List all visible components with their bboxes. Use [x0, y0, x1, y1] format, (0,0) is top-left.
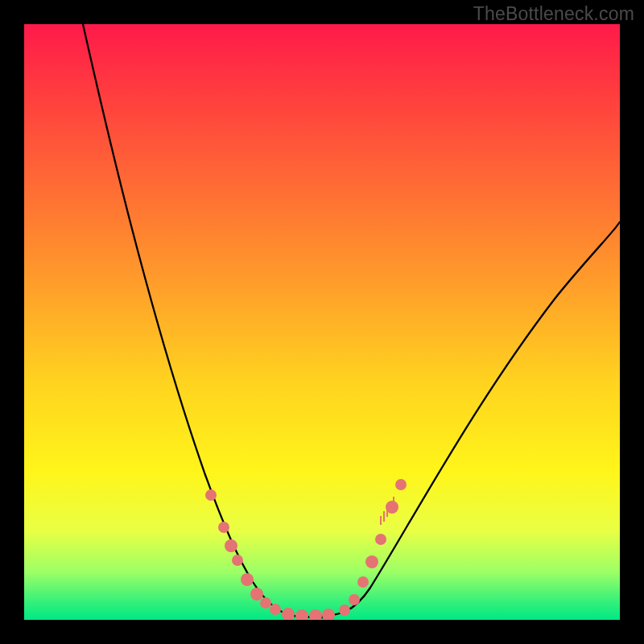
svg-point-7 [270, 604, 281, 615]
svg-point-18 [395, 479, 407, 490]
dots-right [339, 479, 407, 616]
svg-rect-23 [393, 497, 394, 506]
svg-rect-19 [380, 516, 382, 525]
svg-point-6 [260, 597, 271, 609]
svg-point-9 [295, 609, 308, 620]
svg-point-13 [349, 594, 360, 605]
svg-point-5 [250, 588, 263, 601]
chart-svg [24, 24, 620, 620]
curve-right [310, 221, 620, 617]
svg-point-2 [225, 539, 237, 552]
svg-point-10 [309, 609, 322, 620]
svg-point-1 [218, 522, 229, 533]
curve-left [83, 24, 334, 617]
svg-point-4 [241, 573, 254, 586]
dots-left [205, 489, 335, 620]
svg-point-3 [232, 555, 243, 566]
svg-point-14 [357, 576, 369, 588]
svg-point-12 [339, 605, 350, 616]
svg-point-0 [205, 489, 217, 501]
svg-point-16 [375, 534, 386, 545]
svg-point-11 [322, 609, 335, 620]
svg-rect-21 [386, 506, 388, 517]
svg-point-8 [282, 608, 295, 620]
svg-point-15 [365, 555, 378, 568]
svg-rect-22 [390, 502, 391, 512]
watermark-text: TheBottleneck.com [473, 3, 634, 25]
plot-area [24, 24, 620, 620]
svg-rect-20 [383, 511, 385, 522]
chart-root: TheBottleneck.com [0, 0, 644, 644]
